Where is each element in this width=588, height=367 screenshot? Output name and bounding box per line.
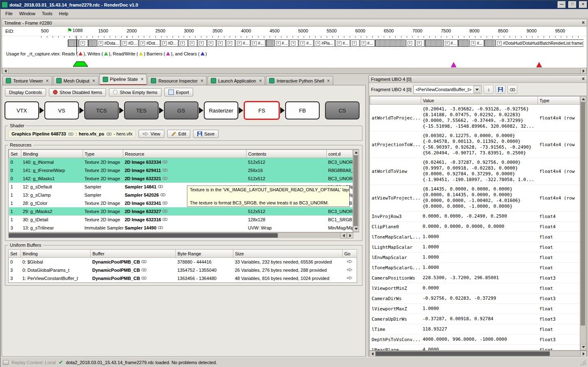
scroll-left-icon[interactable] bbox=[369, 351, 376, 357]
timeline-block[interactable]: + #... bbox=[360, 39, 375, 47]
timeline-block[interactable]: + bbox=[350, 39, 360, 47]
link-icon[interactable] bbox=[162, 218, 168, 221]
col-resource[interactable]: Resource bbox=[123, 150, 247, 158]
ubo-vscrollbar[interactable] bbox=[580, 96, 586, 350]
buffer-format-dropdown[interactable]: <PerViewConstantBuffer_t> bbox=[413, 85, 482, 94]
expand-plus-icon[interactable]: + bbox=[445, 41, 450, 46]
resources-hscrollbar[interactable] bbox=[8, 232, 353, 238]
tab[interactable]: Launch Application × bbox=[208, 76, 265, 85]
tab-close-icon[interactable]: × bbox=[201, 79, 203, 83]
pipeline-stage[interactable]: FS bbox=[244, 101, 280, 120]
timeline-block[interactable]: + bbox=[415, 39, 424, 47]
link-icon[interactable] bbox=[162, 168, 168, 172]
expand-plus-icon[interactable]: + bbox=[81, 41, 85, 46]
timeline-block[interactable]: + #... bbox=[335, 39, 350, 47]
col-type[interactable]: Type bbox=[83, 150, 123, 158]
timeline-block[interactable]: + #... bbox=[235, 39, 250, 47]
menu-item[interactable]: Window bbox=[16, 10, 39, 17]
go-arrow-icon[interactable] bbox=[347, 268, 353, 272]
timeline-block[interactable]: + #... bbox=[274, 39, 289, 47]
link-icon[interactable] bbox=[160, 193, 166, 197]
pipeline-stage[interactable]: TES bbox=[124, 101, 159, 119]
timeline-block[interactable]: + #... bbox=[299, 39, 314, 47]
scroll-down-icon[interactable] bbox=[353, 226, 359, 232]
view-shader-button[interactable]: View bbox=[138, 130, 164, 138]
timeline-block[interactable]: + bbox=[198, 39, 207, 47]
read-usage-marker[interactable] bbox=[536, 62, 542, 67]
timeline-block[interactable]: + bbox=[217, 39, 226, 47]
save-shader-button[interactable]: Save bbox=[193, 130, 219, 138]
timeline-block[interactable]: + bbox=[207, 39, 216, 47]
menu-item[interactable]: File bbox=[2, 10, 16, 17]
timeline-block[interactable]: + bbox=[266, 39, 274, 47]
tab-close-icon[interactable]: × bbox=[327, 79, 330, 83]
ubo-close-icon[interactable]: × bbox=[582, 77, 585, 81]
ubo-row[interactable]: atProjectionToW... {0.00302, 0.12275, 0.… bbox=[370, 131, 581, 158]
barrier-usage-marker[interactable] bbox=[451, 62, 457, 67]
col-name[interactable] bbox=[370, 96, 421, 105]
expand-plus-icon[interactable]: + bbox=[180, 41, 185, 46]
resource-row[interactable]: 0 141: g_tFresnelWarp Texture 2D Image 2… bbox=[9, 166, 357, 174]
ubo-row[interactable]: lNearPlane 4.0000 float bbox=[370, 345, 581, 351]
timeline-block[interactable]: + bbox=[289, 39, 298, 47]
export-button[interactable]: Export bbox=[164, 88, 193, 96]
ubo-row[interactable]: lLightMapScalar 1.0000 float bbox=[370, 242, 581, 252]
uniform-buffer-row[interactable]: 0 0: $Global DynamicPoolPMB_CB 378880 - … bbox=[9, 258, 357, 266]
resource-row[interactable]: 0 142: g_tMasks1 Texture 2D Image 2D Ima… bbox=[9, 174, 357, 183]
ubo-row[interactable]: atWorldToProjec... {0.20041, -3.03682, -… bbox=[370, 105, 581, 131]
expand-plus-icon[interactable]: + bbox=[362, 41, 366, 46]
ubo-row[interactable]: CameraPositionWs 228.5300, -3.7200, 296.… bbox=[370, 273, 581, 283]
timeline-block[interactable]: + bbox=[79, 39, 88, 47]
menu-item[interactable]: Tools bbox=[39, 10, 56, 17]
pipeline-stage[interactable]: VS bbox=[44, 101, 79, 119]
col-binding[interactable]: Binding bbox=[21, 150, 83, 158]
ubo-row[interactable]: lViewportMinZ 0.0000 float bbox=[370, 283, 581, 294]
tab-close-icon[interactable]: × bbox=[92, 79, 95, 83]
timeline-block[interactable]: + bbox=[375, 39, 406, 47]
scroll-right-icon[interactable] bbox=[580, 351, 587, 357]
ubo-row[interactable]: CameraUpDirWs -0.37287, 0.00918, 0.92784… bbox=[370, 314, 581, 324]
expand-plus-icon[interactable]: + bbox=[190, 41, 194, 46]
scroll-right-icon[interactable] bbox=[347, 232, 353, 239]
link-icon[interactable] bbox=[106, 132, 112, 136]
timeline-block[interactable]: + bbox=[188, 39, 197, 47]
vscroll-thumb[interactable] bbox=[581, 102, 585, 326]
scroll-up-icon[interactable] bbox=[580, 96, 586, 102]
format-updown-button[interactable]: ↕ bbox=[484, 85, 493, 94]
timeline-block[interactable]: + bbox=[425, 39, 443, 47]
expand-plus-icon[interactable]: + bbox=[122, 41, 127, 46]
tab[interactable]: Mesh Output × bbox=[53, 76, 99, 85]
timeline-block[interactable]: + bbox=[458, 39, 469, 47]
link-icon[interactable] bbox=[141, 260, 147, 264]
pipeline-stage[interactable]: FB bbox=[285, 101, 320, 119]
timeline-block[interactable]: + #... bbox=[469, 39, 484, 47]
timeline-block[interactable]: + #D... bbox=[121, 39, 138, 47]
tab-close-icon[interactable]: × bbox=[259, 79, 262, 83]
tab[interactable]: Texture Viewer × bbox=[2, 76, 52, 85]
write-usage-marker[interactable] bbox=[73, 61, 88, 67]
timeline-block[interactable]: + bbox=[68, 39, 78, 47]
tab-close-icon[interactable]: × bbox=[141, 77, 143, 81]
timeline-block[interactable]: + #D... bbox=[161, 39, 178, 47]
timeline-block[interactable]: + bbox=[484, 39, 495, 47]
expand-plus-icon[interactable]: + bbox=[209, 41, 213, 46]
go-arrow-icon[interactable] bbox=[347, 276, 353, 280]
col-type[interactable]: Type bbox=[538, 96, 581, 105]
scroll-left-icon[interactable] bbox=[340, 232, 347, 239]
scroll-up-icon[interactable] bbox=[353, 149, 359, 156]
expand-plus-icon[interactable]: + bbox=[316, 41, 320, 46]
link-icon[interactable] bbox=[162, 160, 168, 164]
edit-shader-button[interactable]: Edit bbox=[167, 130, 190, 138]
expand-plus-icon[interactable]: + bbox=[199, 41, 204, 46]
scroll-right-icon[interactable] bbox=[580, 68, 587, 73]
ubo-hscrollbar[interactable] bbox=[369, 351, 587, 356]
resource-row[interactable]: 1 30: g_tDetail Texture 2D Image 2D Imag… bbox=[9, 216, 357, 224]
col-size[interactable]: Size bbox=[233, 250, 343, 258]
expand-plus-icon[interactable]: + bbox=[352, 41, 357, 46]
close-button[interactable]: × bbox=[579, 1, 587, 8]
maximize-button[interactable]: □ bbox=[568, 1, 576, 8]
timeline-block[interactable]: + #... bbox=[251, 39, 265, 47]
resource-row[interactable]: 3 13: g_sTrilinear Immutable Sampler Sam… bbox=[9, 224, 357, 232]
pipeline-stage[interactable]: GS bbox=[164, 101, 198, 119]
display-controls-button[interactable]: Display Controls bbox=[5, 88, 46, 96]
